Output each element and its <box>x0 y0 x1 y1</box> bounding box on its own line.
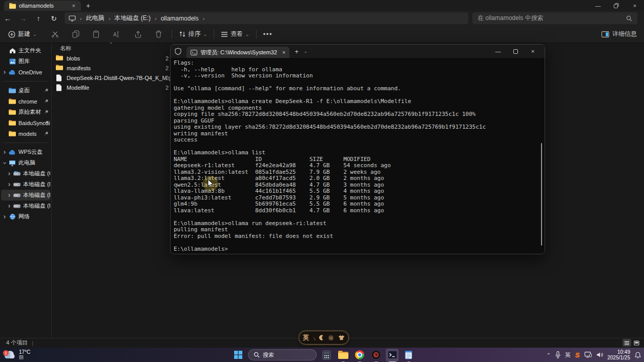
forward-button[interactable]: → <box>15 14 31 23</box>
notepad-app-icon[interactable] <box>402 349 415 361</box>
paste-button[interactable] <box>88 26 104 43</box>
new-tab-button[interactable]: + <box>81 1 95 11</box>
taskbar-clock[interactable]: 10:49 2025/1/25 <box>608 349 631 360</box>
rename-button[interactable]: A <box>108 26 126 43</box>
sidebar-item-本地磁盘 (D:)[interactable]: 本地磁盘 (D:) <box>1 179 50 190</box>
share-button[interactable] <box>130 26 147 43</box>
chevron-right-icon <box>7 204 11 208</box>
recorder-app-icon[interactable] <box>369 349 382 361</box>
ime-skin-icon[interactable] <box>338 335 345 340</box>
ime-punctuation-button[interactable]: ·, <box>313 335 315 340</box>
explorer-search-input[interactable]: 在 ollamamodels 中搜索 <box>472 12 637 24</box>
ime-language-indicator[interactable]: 英 <box>565 351 571 359</box>
sogou-tray-icon[interactable]: S <box>575 351 580 359</box>
tab-close-icon[interactable]: × <box>71 3 77 9</box>
notifications-bell-icon[interactable] <box>635 352 641 358</box>
file-row-blobs[interactable]: blobs2 <box>52 53 170 63</box>
file-explorer-app-icon[interactable] <box>337 349 349 361</box>
chevron-right-icon <box>7 193 11 197</box>
toolbar-separator <box>172 30 172 39</box>
sidebar-item-label: 本地磁盘 (E:) <box>23 191 50 199</box>
file-row-Modelfile[interactable]: Modelfile2 <box>52 83 170 92</box>
chrome-app-icon[interactable] <box>353 349 366 361</box>
terminal-close-button[interactable]: × <box>524 45 542 58</box>
cast-tray-icon[interactable] <box>585 352 592 358</box>
sidebar-item-OneDrive[interactable]: OneDrive <box>1 67 50 77</box>
weather-widget[interactable]: 1 17°C 阴 <box>0 350 77 360</box>
taskbar-search-box[interactable]: 搜索 <box>248 349 317 360</box>
os-drive-icon <box>13 171 20 176</box>
sidebar-item-models[interactable]: models <box>1 128 50 139</box>
microphone-tray-icon[interactable] <box>555 351 560 358</box>
ime-halfwidth-moon-icon[interactable] <box>319 335 324 340</box>
clock-date: 2025/1/25 <box>608 355 631 360</box>
close-button[interactable]: × <box>626 0 644 11</box>
terminal-minimize-button[interactable]: — <box>489 45 507 58</box>
breadcrumb-current-folder[interactable]: ollamamodels <box>161 15 199 22</box>
large-icons-view-toggle[interactable] <box>632 339 641 347</box>
sidebar-item-原始素材[interactable]: 原始素材 <box>1 107 50 117</box>
file-row-manifests[interactable]: manifests2 <box>52 63 170 73</box>
ime-toolbar[interactable]: 英 ·, <box>299 331 349 345</box>
terminal-app-icon[interactable] <box>386 349 399 361</box>
sidebar-item-桌面[interactable]: 桌面 <box>1 85 50 96</box>
sidebar-item-BaiduSyncdisk[interactable]: BaiduSyncdisk <box>1 117 50 128</box>
pin-icon <box>44 88 49 93</box>
breadcrumb[interactable]: › 此电脑 › 本地磁盘 (E:) › ollamamodels › <box>65 12 468 24</box>
sidebar-item-此电脑[interactable]: 此电脑 <box>1 157 50 168</box>
sidebar-item-chrome[interactable]: chrome <box>1 96 50 107</box>
ime-mode-button[interactable]: 英 <box>303 333 309 342</box>
sidebar-item-本地磁盘 (F:)[interactable]: 本地磁盘 (F:) <box>1 200 50 211</box>
file-row-DeepSeek-R1-Distill-Qwen-7B-Q4_K_M.gguf[interactable]: DeepSeek-R1-Distill-Qwen-7B-Q4_K_M.gguf2 <box>52 73 170 83</box>
terminal-window[interactable]: 管理员: C:\Windows\System32 × + ⌄ — × Flags… <box>170 44 545 254</box>
terminal-new-tab-button[interactable]: + <box>295 48 299 55</box>
sidebar-item-主文件夹[interactable]: 主文件夹 <box>1 45 50 56</box>
sidebar-item-WPS云盘[interactable]: WPS云盘 <box>1 147 50 157</box>
explorer-tab[interactable]: ollamamodels × <box>4 1 81 11</box>
pin-icon <box>44 120 49 125</box>
restore-button[interactable] <box>607 0 626 11</box>
breadcrumb-separator: › <box>109 15 111 22</box>
terminal-content[interactable]: Flags: -h, --help help for ollama -v, --… <box>171 58 545 254</box>
minimize-button[interactable]: — <box>589 0 607 11</box>
sidebar-item-label: 桌面 <box>18 87 30 94</box>
sidebar-item-label: 此电脑 <box>18 159 35 167</box>
volume-tray-icon[interactable] <box>596 352 603 358</box>
terminal-scrollbar[interactable] <box>541 143 542 246</box>
breadcrumb-separator: › <box>203 15 205 22</box>
up-button[interactable]: ↑ <box>31 14 46 23</box>
more-options-button[interactable]: ••• <box>259 26 278 43</box>
sidebar-item-本地磁盘 (E:)[interactable]: 本地磁盘 (E:) <box>1 190 50 200</box>
sidebar-item-网络[interactable]: 网络 <box>1 211 50 222</box>
refresh-button[interactable]: ↻ <box>46 14 61 23</box>
terminal-tab-dropdown[interactable]: ⌄ <box>304 49 308 54</box>
copy-button[interactable] <box>68 26 84 43</box>
ime-settings-gear-icon[interactable] <box>328 335 334 341</box>
sidebar-item-本地磁盘 (C:)[interactable]: 本地磁盘 (C:) <box>1 168 50 179</box>
details-pane-button[interactable]: 详细信息 <box>601 30 644 38</box>
chevron-right-icon <box>3 215 7 219</box>
back-button[interactable]: ← <box>0 14 15 23</box>
sort-button[interactable]: 排序⌄ <box>174 26 212 43</box>
delete-button[interactable] <box>151 26 167 43</box>
cut-button[interactable] <box>47 26 64 43</box>
terminal-tab-close-icon[interactable]: × <box>282 49 285 55</box>
view-button[interactable]: 查看⌄ <box>216 26 254 43</box>
new-button[interactable]: 新建⌄ <box>0 26 41 43</box>
breadcrumb-this-pc[interactable]: 此电脑 <box>86 14 105 23</box>
clock-time: 10:49 <box>608 349 631 355</box>
calculator-app-icon[interactable] <box>320 349 333 361</box>
terminal-output-text: Flags: -h, --help help for ollama -v, --… <box>171 58 545 252</box>
chevron-right-icon <box>7 183 11 187</box>
terminal-titlebar[interactable]: 管理员: C:\Windows\System32 × + ⌄ — × <box>171 45 545 58</box>
hidden-icons-button[interactable]: ⌃ <box>546 352 550 358</box>
sidebar-item-图库[interactable]: 图库 <box>1 56 50 67</box>
address-bar: ← → ↑ ↻ › 此电脑 › 本地磁盘 (E:) › ollamamodels… <box>0 11 644 26</box>
breadcrumb-drive-e[interactable]: 本地磁盘 (E:) <box>114 14 151 23</box>
start-button[interactable] <box>232 349 244 361</box>
explorer-toolbar: 新建⌄ A 排序⌄ <box>0 26 644 43</box>
details-view-toggle[interactable] <box>622 339 631 347</box>
terminal-tab[interactable]: 管理员: C:\Windows\System32 × <box>186 47 289 58</box>
desktop-folder-icon <box>9 88 16 93</box>
terminal-maximize-button[interactable] <box>507 45 524 58</box>
